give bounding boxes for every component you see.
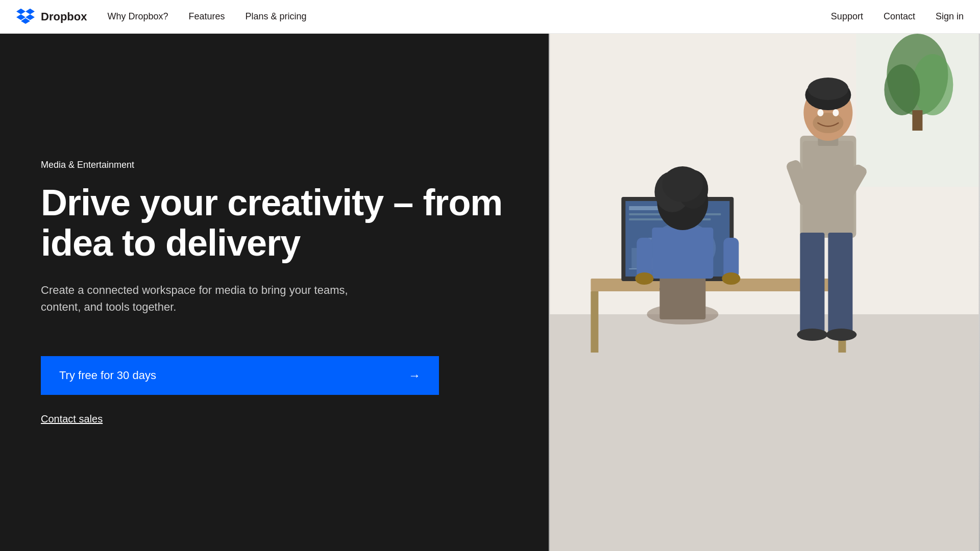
svg-rect-50 — [550, 34, 979, 551]
nav-features[interactable]: Features — [189, 11, 225, 22]
hero-section: Media & Entertainment Drive your creativ… — [0, 34, 980, 551]
hero-subtext: Create a connected workspace for media t… — [41, 282, 388, 315]
logo-area[interactable]: Dropbox — [16, 8, 87, 26]
nav-plans-pricing[interactable]: Plans & pricing — [246, 11, 307, 22]
logo-text: Dropbox — [41, 10, 87, 23]
office-scene-svg — [549, 34, 980, 551]
contact-sales-link[interactable]: Contact sales — [41, 413, 508, 425]
nav-contact[interactable]: Contact — [884, 11, 915, 22]
cta-button-label: Try free for 30 days — [59, 369, 156, 382]
nav-why-dropbox[interactable]: Why Dropbox? — [107, 11, 168, 22]
dropbox-logo-icon — [16, 8, 35, 26]
nav-right: Support Contact Sign in — [831, 11, 964, 22]
category-label: Media & Entertainment — [41, 160, 508, 170]
cta-button[interactable]: Try free for 30 days → — [41, 356, 439, 395]
hero-image — [549, 34, 980, 551]
cta-arrow-icon: → — [408, 368, 421, 383]
main-nav: Why Dropbox? Features Plans & pricing — [107, 11, 830, 22]
hero-headline: Drive your creativity – from idea to del… — [41, 183, 508, 263]
nav-sign-in[interactable]: Sign in — [936, 11, 964, 22]
nav-support[interactable]: Support — [831, 11, 863, 22]
main-header: Dropbox Why Dropbox? Features Plans & pr… — [0, 0, 980, 34]
hero-left-panel: Media & Entertainment Drive your creativ… — [0, 34, 549, 551]
hero-right-panel — [549, 34, 980, 551]
